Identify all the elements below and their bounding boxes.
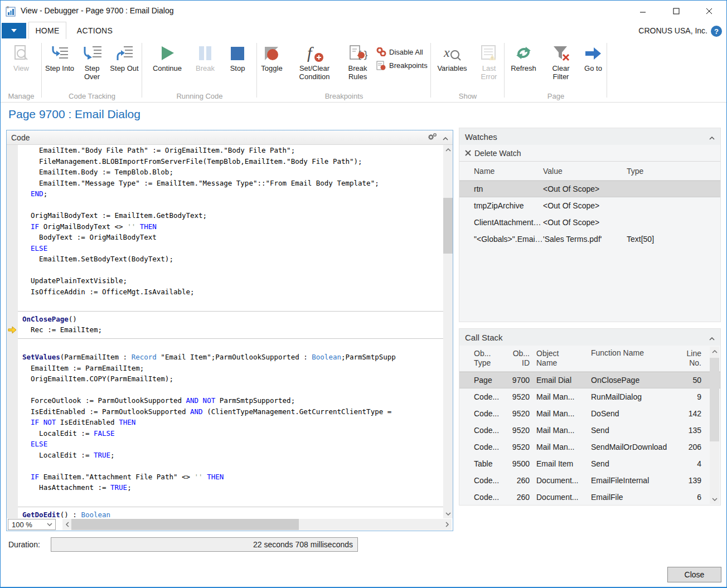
watch-row[interactable]: tmpZipArchive<Out Of Scope> <box>459 197 720 214</box>
scroll-up-icon[interactable] <box>710 347 719 356</box>
tab-home[interactable]: HOME <box>28 22 66 39</box>
call-stack-row[interactable]: Code...260Document...EmailFileInternal13… <box>459 472 720 489</box>
code-line: EmailItem := ParmEmailItem; <box>7 363 443 374</box>
code-gutter[interactable] <box>7 265 18 276</box>
code-gutter[interactable] <box>7 275 18 286</box>
close-window-button[interactable] <box>697 3 721 20</box>
variables-button[interactable]: x Variables <box>433 42 472 81</box>
call-stack-scrollbar[interactable] <box>710 347 719 504</box>
call-stack-title: Call Stack <box>465 333 503 342</box>
code-gutter[interactable] <box>7 324 18 336</box>
code-gutter[interactable] <box>7 145 18 156</box>
step-out-button[interactable]: Step Out <box>109 42 140 81</box>
collapse-call-stack-icon[interactable] <box>709 333 715 342</box>
code-gutter[interactable] <box>7 167 18 178</box>
code-gutter[interactable] <box>7 200 18 211</box>
scrollbar-thumb[interactable] <box>443 198 453 254</box>
code-gutter[interactable] <box>7 188 18 200</box>
code-gutter[interactable] <box>7 221 18 232</box>
maximize-button[interactable] <box>664 3 689 20</box>
call-stack-row[interactable]: Code...9520Mail Man...DoSend142 <box>459 405 720 422</box>
code-gutter[interactable] <box>7 450 18 461</box>
collapse-code-icon[interactable] <box>443 133 448 142</box>
chevron-down-icon <box>11 29 17 32</box>
group-code-tracking: Step Into Step Over Step Out Code Tracki… <box>42 40 142 102</box>
zoom-select[interactable]: 100 % <box>8 519 56 530</box>
breakpoints-button[interactable]: Breakpoints <box>376 61 431 70</box>
scrollbar-thumb[interactable] <box>71 519 299 530</box>
call-stack-row[interactable]: Code...9520Mail Man...SendMailOrDownload… <box>459 439 720 455</box>
code-gutter[interactable] <box>7 482 18 493</box>
watch-row[interactable]: "<Globals>".EmailIt...'Sales Terms.pdf'T… <box>459 231 720 247</box>
disable-all-button[interactable]: Disable All <box>376 47 431 56</box>
call-stack-row[interactable]: Code...9520Mail Man...RunMailDialog9 <box>459 388 720 405</box>
call-stack-row[interactable]: Page9700Email DialOnClosePage50 <box>459 372 720 388</box>
duration-value: 22 seconds 708 milliseconds <box>51 537 358 552</box>
scroll-down-icon[interactable] <box>710 494 719 504</box>
group-label-manage: Manage <box>1 92 42 100</box>
code-line <box>7 460 443 472</box>
stack-function: EmailFileInternal <box>591 476 670 485</box>
tab-actions[interactable]: ACTIONS <box>71 22 119 39</box>
code-gutter[interactable] <box>7 363 18 374</box>
code-gutter[interactable] <box>7 373 18 385</box>
code-gutter[interactable] <box>7 243 18 254</box>
code-gutter[interactable] <box>7 395 18 406</box>
call-stack-row[interactable]: Code...9520Mail Man...Send135 <box>459 422 720 439</box>
code-gutter[interactable] <box>7 286 18 298</box>
gears-icon[interactable] <box>427 133 437 142</box>
refresh-button[interactable]: Refresh <box>506 42 541 81</box>
code-gutter[interactable] <box>7 428 18 439</box>
continue-button[interactable]: Continue <box>148 42 187 72</box>
code-gutter[interactable] <box>7 493 18 504</box>
collapse-watches-icon[interactable] <box>709 132 715 142</box>
close-button[interactable]: Close <box>667 567 721 582</box>
help-icon[interactable]: ? <box>711 26 722 37</box>
code-gutter[interactable] <box>7 406 18 417</box>
watch-row[interactable]: ClientAttachmentFil...<Out Of Scope> <box>459 214 720 231</box>
call-stack-panel: Call Stack Ob...Type Ob...ID ObjectName … <box>459 328 721 506</box>
code-gutter[interactable] <box>7 297 18 308</box>
code-gutter[interactable] <box>7 352 18 363</box>
code-gutter[interactable] <box>7 439 18 450</box>
watch-row[interactable]: rtn<Out Of Scope> <box>459 181 720 197</box>
group-label-running-code: Running Code <box>142 92 257 100</box>
set-clear-condition-button[interactable]: f Set/Clear Condition <box>290 42 339 81</box>
toggle-breakpoint-button[interactable]: Toggle <box>257 42 287 81</box>
code-gutter[interactable] <box>7 254 18 265</box>
code-gutter[interactable] <box>7 341 18 352</box>
scroll-right-icon[interactable] <box>442 519 452 530</box>
scrollbar-thumb[interactable] <box>710 358 719 441</box>
scroll-up-icon[interactable] <box>443 145 453 154</box>
chevron-down-icon <box>47 523 52 526</box>
call-stack-row[interactable]: Code...260Document...EmailFile6 <box>459 489 720 506</box>
go-to-button[interactable]: Go to <box>581 42 605 81</box>
code-vertical-scrollbar[interactable] <box>443 145 453 518</box>
step-into-button[interactable]: Step Into <box>44 42 75 81</box>
code-gutter[interactable] <box>7 232 18 243</box>
scroll-left-icon[interactable] <box>62 519 72 530</box>
code-gutter[interactable] <box>7 314 18 325</box>
delete-watch-button[interactable]: Delete Watch <box>465 149 521 158</box>
code-gutter[interactable] <box>7 210 18 221</box>
call-stack-row[interactable]: Table9500Email ItemSend4 <box>459 455 720 472</box>
step-over-button[interactable]: Step Over <box>76 42 108 81</box>
code-gutter[interactable] <box>7 509 18 518</box>
code-gutter[interactable] <box>7 156 18 167</box>
break-rules-button[interactable]: {} Break Rules <box>342 42 373 81</box>
clear-filter-button[interactable]: Clear Filter <box>544 42 578 81</box>
minimize-button[interactable] <box>631 3 655 20</box>
code-gutter[interactable] <box>7 417 18 428</box>
code-gutter[interactable] <box>7 472 18 483</box>
code-gutter[interactable] <box>7 178 18 189</box>
code-line: SetValues(ParmEmailItem : Record "Email … <box>7 352 443 363</box>
scroll-down-icon[interactable] <box>443 509 453 518</box>
code-line: IsOfficeAddin := OfficeMgt.IsAvailable; <box>7 286 443 298</box>
group-label-code-tracking: Code Tracking <box>42 92 142 100</box>
code-horizontal-scrollbar[interactable] <box>62 519 452 530</box>
app-menu-button[interactable] <box>2 23 26 38</box>
stop-button[interactable]: Stop <box>224 42 251 72</box>
code-gutter[interactable] <box>7 385 18 396</box>
code-gutter[interactable] <box>7 460 18 472</box>
stack-id: 9520 <box>505 443 530 451</box>
